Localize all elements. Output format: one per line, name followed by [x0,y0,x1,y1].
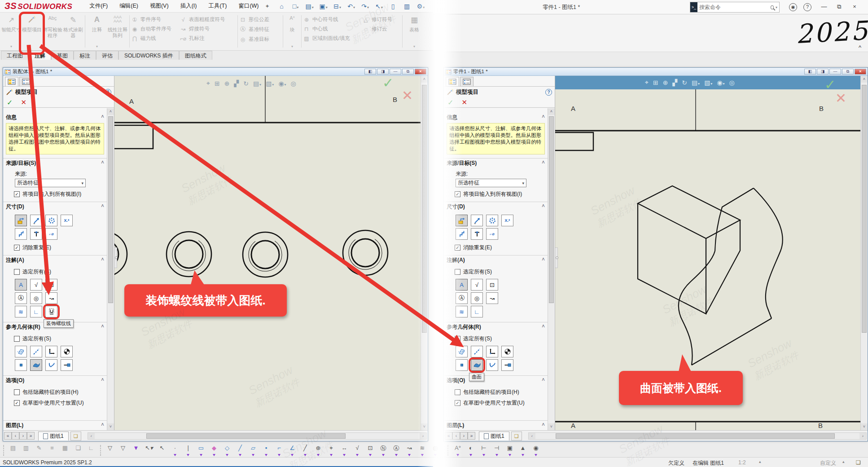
filter-datum-target-icon[interactable]: ◐ [466,445,476,456]
add-sheet-button[interactable]: ❏ [70,432,81,441]
confirm-cancel-icon[interactable]: ✕ [402,88,413,103]
area-hatch-button[interactable]: ▨区域剖面线/填充 [303,35,362,42]
user-account-button[interactable]: ◉ [788,2,798,12]
tables-button[interactable]: ▦表格▾ [404,13,425,49]
render-settings-icon[interactable]: ◎ [291,80,296,87]
caterpillars-icon[interactable]: ≋ [456,306,468,317]
pin-menu-icon[interactable]: ✦ [265,3,270,9]
filter-face-icon[interactable]: ▭ [196,445,206,456]
collapse-icon[interactable]: ˄ [542,323,545,331]
touch-mode-icon[interactable]: ▯ [388,3,398,10]
import-all-views-checkbox[interactable]: ✓ [14,191,20,197]
weld-symbol-button[interactable]: ↝焊接符号 [180,26,236,32]
eliminate-duplicates-checkbox[interactable]: ✓ [14,245,20,251]
origins-icon[interactable] [61,346,73,357]
tag-icon[interactable]: ❏ [856,459,861,466]
zoom-in-out-icon[interactable]: ⊕ [663,79,668,86]
origins-icon[interactable] [501,346,513,357]
ribbon-tab[interactable]: 评估 [96,51,118,60]
sheet-properties-icon[interactable]: ▤▾ [253,80,261,87]
ribbon-tab[interactable]: 标注 [74,51,96,60]
hole-wizard-locations-icon[interactable] [15,228,27,240]
redo-icon[interactable]: ↷▾ [360,3,370,10]
line-color-icon[interactable]: ▥ [21,445,31,456]
axes-icon[interactable] [471,346,483,357]
collapse-icon[interactable]: ˄ [542,377,545,384]
left-horizontal-scrollbar[interactable]: ‹› [88,432,427,440]
next-sheet-icon[interactable]: › [460,432,468,440]
right-window-titlebar[interactable]: 零件1 - 图纸1 * ◧ ◨ — ⧉ × [444,68,868,76]
right-vertical-scrollbar[interactable]: ˄˅ [860,76,868,430]
hole-wizard-profiles-icon[interactable] [471,228,483,240]
zoom-area-icon[interactable]: ⊞ [653,79,658,86]
planes-icon[interactable] [15,346,27,357]
import-all-views-checkbox[interactable]: ✓ [455,191,460,197]
collapse-icon[interactable]: ˄ [542,159,545,167]
source-dropdown[interactable]: 所选特征▾ [456,179,526,187]
section-view-icon[interactable]: ▞ [672,79,677,86]
right-horizontal-scrollbar[interactable]: ‹› [528,432,867,440]
surfaces-icon[interactable] [30,359,42,371]
axes-icon[interactable] [30,346,42,357]
propertymanager-tab[interactable] [5,77,18,86]
featuremanager-tab[interactable] [19,77,33,86]
filter-note-icon[interactable]: A° [453,445,463,456]
gtol-button[interactable]: ⊡形位公差 [239,16,281,23]
search-input[interactable] [697,4,771,10]
end-treatments-icon[interactable]: ∟ [471,306,483,317]
datum-targets-icon[interactable]: ◎ [471,292,483,304]
hole-callout-icon[interactable]: ⌐⌀ [486,228,498,240]
datum-target-button[interactable]: ◎基准目标 [239,36,281,43]
collapse-icon[interactable]: ˄ [542,114,545,121]
help-icon[interactable]: ? [545,89,552,96]
sheet-scale[interactable]: 1:2 [738,459,746,466]
confirm-cancel-icon[interactable]: ✕ [835,90,846,106]
filter-center-mark-icon[interactable]: ⌖ [326,445,336,456]
line-thickness-icon[interactable]: ✎ [34,445,44,456]
filter-datum-target-icon[interactable]: ◎ [430,445,440,456]
routing-points-icon[interactable] [501,359,513,371]
featuremanager-tab[interactable] [460,77,473,86]
new-document-icon[interactable]: □▾ [291,3,301,10]
auto-balloon-button[interactable]: ◉自动零件序号 [131,26,180,32]
filter-note-icon[interactable]: Ⓝ [378,445,388,456]
add-sheet-button[interactable]: ❏ [511,432,522,441]
revision-symbol-button[interactable]: △修订符号 [362,16,401,23]
collapse-icon[interactable]: ˄ [542,256,545,264]
collapse-icon[interactable]: ˄ [101,114,104,121]
filter-gtol-icon[interactable]: ⊡ [365,445,375,456]
filter-surface-finish-icon[interactable]: √ [352,445,362,456]
cancel-button[interactable]: ✕ [21,98,26,106]
hide-show-items-icon[interactable]: ◉▾ [717,79,724,86]
search-caret-icon[interactable]: ▾ [776,5,777,9]
hole-wizard-locations-icon[interactable] [456,228,468,240]
center-mark-button[interactable]: ⊕中心符号线 [303,16,362,23]
ribbon-tab[interactable]: 草图 [51,51,74,60]
print-icon[interactable]: ⊟▾ [333,3,342,10]
eliminate-duplicates-checkbox[interactable]: ✓ [455,245,460,251]
display-style-icon[interactable]: ▧▾ [704,79,712,86]
close-button[interactable]: × [848,2,861,12]
hide-show-edges-icon[interactable]: ▦ [60,445,70,456]
marked-dimensions-icon[interactable] [456,215,468,226]
filter-routing-point-icon[interactable]: ⊣ [492,445,502,456]
menu-item[interactable]: 插入(I) [180,2,197,10]
filter-sketch-icon[interactable]: ⌐ [274,445,284,456]
model-items-button[interactable]: 模型项目 [22,13,42,49]
include-hidden-checkbox[interactable] [14,389,20,395]
filter-clear-all-icon[interactable]: ▽ [118,445,128,456]
hide-show-items-icon[interactable]: ◉▾ [278,80,286,87]
window-restore-button[interactable]: ⧉ [402,69,414,75]
filter-edge-icon[interactable]: ∣ [183,445,193,456]
curves-icon[interactable] [486,359,498,371]
open-icon[interactable]: ▤▾ [305,3,315,10]
collapse-icon[interactable]: ˄ [101,256,104,264]
window-close-button[interactable]: × [415,69,426,75]
filter-toggle-icon[interactable]: ▽ [105,445,115,456]
centerline-button[interactable]: ⊓中心线 [303,26,362,32]
menu-item[interactable]: 文件(F) [89,2,108,10]
reference-dimensions-icon[interactable] [471,215,483,226]
filter-block-icon[interactable]: ▣ [505,445,515,456]
datum-features-icon[interactable]: Ⓐ [15,292,27,304]
select-all-refgeo-checkbox[interactable] [14,336,20,342]
